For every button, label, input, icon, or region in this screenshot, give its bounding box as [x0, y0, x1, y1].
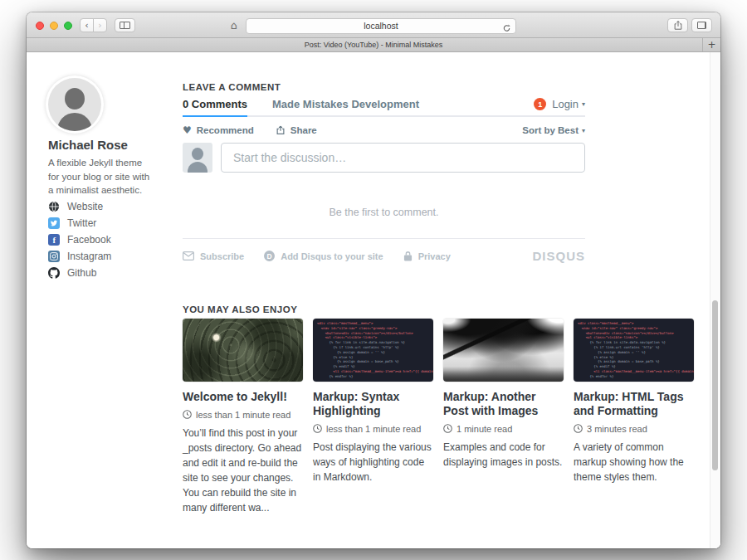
clock-icon — [313, 424, 322, 433]
comment-composer — [183, 143, 585, 173]
minimize-button[interactable] — [50, 22, 58, 30]
author-bio: A flexible Jekyll theme for your blog or… — [48, 156, 153, 197]
refresh-button[interactable] — [502, 22, 511, 37]
read-time: 3 minutes read — [574, 424, 694, 434]
post-excerpt: You’ll find this post in your _posts dir… — [183, 426, 303, 515]
read-time-label: less than 1 minute read — [326, 424, 421, 434]
facebook-icon: f — [48, 234, 60, 246]
disqus-logo: DISQUS — [532, 249, 585, 263]
envelope-icon — [183, 251, 194, 261]
read-time: less than 1 minute read — [183, 410, 303, 420]
share-comments-button[interactable]: Share — [276, 125, 317, 135]
twitter-icon — [48, 217, 60, 229]
close-button[interactable] — [36, 22, 44, 30]
home-button[interactable]: ⌂ — [226, 18, 242, 32]
clock-icon — [574, 424, 583, 433]
read-time-label: less than 1 minute read — [196, 410, 290, 420]
svg-text:f: f — [52, 236, 56, 245]
disqus-d-icon: D — [264, 251, 275, 261]
disqus-action-row: ♥ Recommend Share Sort by Best ▾ — [183, 124, 585, 136]
home-icon: ⌂ — [231, 20, 237, 31]
browser-window: ‹ › ⌂ localhost Post: Video (YouTube) - … — [27, 12, 720, 548]
post-title-link[interactable]: Markup: HTML Tags and Formatting — [574, 390, 694, 418]
related-post-card: <div class="masthead__menu"> <nav id="si… — [313, 319, 433, 515]
tabs-icon — [697, 22, 706, 29]
forward-button[interactable]: › — [93, 18, 107, 32]
sidebar-item-github[interactable]: Github — [48, 265, 111, 281]
heart-icon: ♥ — [183, 124, 192, 136]
related-posts: Welcome to Jekyll! less than 1 minute re… — [183, 319, 694, 515]
subscribe-link[interactable]: Subscribe — [183, 251, 244, 261]
post-thumbnail-code-screenshot[interactable]: <div class="masthead__menu"> <nav id="si… — [574, 319, 694, 382]
post-excerpt: Post displaying the various ways of high… — [313, 440, 433, 485]
post-title-link[interactable]: Markup: Another Post with Images — [443, 390, 564, 418]
refresh-icon — [502, 23, 511, 33]
comment-input[interactable] — [221, 143, 585, 173]
read-time: 1 minute read — [443, 424, 564, 434]
read-time: less than 1 minute read — [313, 424, 433, 434]
sidebar-item-website[interactable]: Website — [48, 198, 111, 215]
sort-dropdown[interactable]: Sort by Best ▾ — [522, 125, 585, 135]
title-bar: ‹ › ⌂ localhost — [27, 12, 720, 38]
sidebar-icon — [120, 22, 130, 29]
sidebar-item-facebook[interactable]: f Facebook — [48, 231, 111, 248]
share-box-icon — [276, 125, 286, 135]
disqus-tab-row: 0 Comments Made Mistakes Development 1 L… — [183, 98, 585, 117]
community-tab[interactable]: Made Mistakes Development — [272, 98, 419, 110]
sidebar-item-label: Twitter — [67, 217, 96, 229]
post-thumbnail-foggy-trees-photo[interactable] — [443, 319, 564, 382]
globe-icon — [48, 201, 60, 212]
related-post-card: <div class="masthead__menu"> <nav id="si… — [574, 319, 694, 515]
post-thumbnail-moss-photo[interactable] — [183, 319, 303, 382]
zoom-button[interactable] — [64, 22, 72, 30]
post-excerpt: A variety of common markup showing how t… — [574, 440, 694, 485]
address-bar[interactable]: localhost — [246, 18, 516, 34]
add-disqus-label: Add Disqus to your site — [281, 251, 383, 261]
divider — [183, 238, 585, 239]
sidebar-item-label: Facebook — [67, 234, 111, 246]
active-tab[interactable]: Post: Video (YouTube) - Minimal Mistakes — [305, 41, 443, 49]
add-disqus-link[interactable]: D Add Disqus to your site — [264, 251, 383, 261]
empty-comments-message: Be the first to comment. — [183, 207, 585, 218]
tab-overview-button[interactable] — [691, 18, 712, 32]
disqus-footer: Subscribe D Add Disqus to your site Priv… — [183, 249, 585, 263]
sidebar-item-label: Website — [67, 201, 103, 212]
commenter-avatar — [183, 143, 212, 173]
share-button[interactable] — [667, 18, 688, 32]
sidebar-toggle-button[interactable] — [115, 18, 135, 32]
sidebar-item-twitter[interactable]: Twitter — [48, 215, 111, 231]
author-name: Michael Rose — [48, 138, 128, 152]
new-tab-button[interactable]: + — [702, 38, 720, 51]
related-post-card: Welcome to Jekyll! less than 1 minute re… — [183, 319, 303, 515]
recommend-label: Recommend — [197, 125, 254, 135]
post-thumbnail-code-screenshot[interactable]: <div class="masthead__menu"> <nav id="si… — [313, 319, 433, 382]
chevron-right-icon: › — [98, 21, 101, 30]
sidebar-item-label: Github — [67, 267, 96, 279]
post-title-link[interactable]: Markup: Syntax Highlighting — [313, 390, 433, 418]
chevron-down-icon: ▾ — [582, 127, 585, 134]
github-icon — [48, 267, 60, 279]
comment-count-tab[interactable]: 0 Comments — [183, 98, 247, 117]
chevron-left-icon: ‹ — [85, 21, 88, 30]
related-post-card: Markup: Another Post with Images 1 minut… — [443, 319, 564, 515]
back-button[interactable]: ‹ — [80, 18, 94, 32]
login-control[interactable]: 1 Login ▾ — [534, 98, 585, 110]
subscribe-label: Subscribe — [200, 251, 244, 261]
share-label: Share — [290, 125, 317, 135]
notification-badge: 1 — [534, 98, 546, 110]
tab-bar: Post: Video (YouTube) - Minimal Mistakes… — [27, 38, 720, 52]
sort-label: Sort by Best — [522, 125, 579, 135]
sidebar-item-instagram[interactable]: Instagram — [48, 248, 111, 265]
instagram-icon — [48, 251, 60, 262]
chevron-down-icon: ▾ — [582, 100, 585, 108]
page-content: Michael Rose A flexible Jekyll theme for… — [27, 52, 720, 548]
sidebar-item-label: Instagram — [67, 251, 111, 262]
scrollbar-thumb[interactable] — [712, 300, 718, 470]
login-button[interactable]: Login — [552, 98, 579, 110]
lock-icon — [403, 251, 413, 261]
read-time-label: 1 minute read — [456, 424, 512, 434]
privacy-link[interactable]: Privacy — [403, 251, 451, 261]
related-heading: YOU MAY ALSO ENJOY — [183, 304, 297, 314]
post-title-link[interactable]: Welcome to Jekyll! — [183, 390, 303, 404]
recommend-button[interactable]: ♥ Recommend — [183, 124, 254, 136]
